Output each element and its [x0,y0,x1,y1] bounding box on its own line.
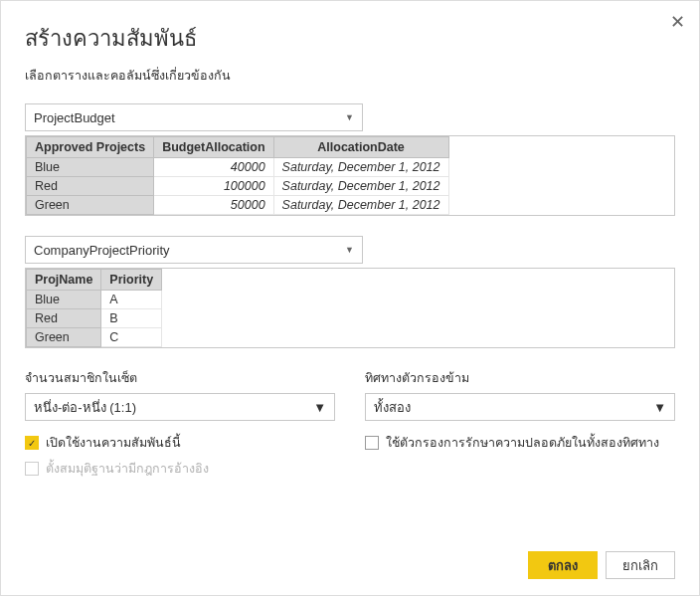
table-blank-area [449,136,675,215]
table-row: Green 50000 Saturday, December 1, 2012 [27,196,449,215]
referential-checkbox-row: ตั้งสมมุติฐานว่ามีกฎการอ้างอิง [25,459,335,479]
referential-checkbox [25,462,39,476]
cell[interactable]: Red [27,177,154,196]
cell[interactable]: C [101,328,162,347]
security-checkbox[interactable] [365,436,379,450]
chevron-down-icon: ▼ [653,400,666,415]
cell[interactable]: B [101,309,162,328]
table1-grid[interactable]: Approved Projects BudgetAllocation Alloc… [26,136,449,215]
table-header-row: Approved Projects BudgetAllocation Alloc… [27,137,449,158]
options-row: จำนวนสมาชิกในเซ็ต หนึ่ง-ต่อ-หนึ่ง (1:1) … [25,368,675,421]
cell[interactable]: 40000 [154,158,273,177]
table-header-row: ProjName Priority [27,270,162,291]
cell[interactable]: Saturday, December 1, 2012 [273,196,448,215]
cancel-button[interactable]: ยกเลิก [606,551,675,579]
chevron-down-icon: ▼ [345,112,354,122]
cell[interactable]: Green [27,328,101,347]
crossfilter-label: ทิศทางตัวกรองข้าม [365,368,675,388]
table-row: Blue A [27,291,162,309]
chevron-down-icon: ▼ [345,245,354,255]
table2-preview: ProjName Priority Blue A Red B Green C [25,268,675,348]
table2-grid[interactable]: ProjName Priority Blue A Red B Green C [26,269,162,347]
checks-left: ✓ เปิดใช้งานความสัมพันธ์นี้ ตั้งสมมุติฐา… [25,433,335,485]
column-header[interactable]: BudgetAllocation [154,137,273,158]
cell[interactable]: Blue [27,158,154,177]
table1-select-value: ProjectBudget [34,110,115,125]
security-label: ใช้ตัวกรองการรักษาความปลอดภัยในทั้งสองทิ… [386,433,659,453]
crossfilter-value: ทั้งสอง [374,397,411,418]
cardinality-select[interactable]: หนึ่ง-ต่อ-หนึ่ง (1:1) ▼ [25,393,335,421]
cell[interactable]: Green [27,196,154,215]
security-checkbox-row: ใช้ตัวกรองการรักษาความปลอดภัยในทั้งสองทิ… [365,433,675,453]
cardinality-value: หนึ่ง-ต่อ-หนึ่ง (1:1) [34,397,136,418]
table-row: Red 100000 Saturday, December 1, 2012 [27,177,449,196]
column-header[interactable]: Approved Projects [27,137,154,158]
close-icon: ✕ [670,12,685,32]
close-button[interactable]: ✕ [670,11,685,33]
dialog-title: สร้างความสัมพันธ์ [25,21,675,56]
create-relationship-dialog: ✕ สร้างความสัมพันธ์ เลือกตารางและคอลัมน์… [0,0,700,596]
active-checkbox-row: ✓ เปิดใช้งานความสัมพันธ์นี้ [25,433,335,453]
table-row: Green C [27,328,162,347]
cell[interactable]: Blue [27,291,101,309]
column-header[interactable]: AllocationDate [273,137,448,158]
column-header[interactable]: ProjName [27,270,101,291]
crossfilter-select[interactable]: ทั้งสอง ▼ [365,393,675,421]
table1-select[interactable]: ProjectBudget ▼ [25,103,363,131]
table-blank-area [162,269,674,347]
table2-select[interactable]: CompanyProjectPriority ▼ [25,236,363,264]
cardinality-group: จำนวนสมาชิกในเซ็ต หนึ่ง-ต่อ-หนึ่ง (1:1) … [25,368,335,421]
cell[interactable]: Saturday, December 1, 2012 [273,158,448,177]
active-label: เปิดใช้งานความสัมพันธ์นี้ [46,433,181,453]
ok-button[interactable]: ตกลง [528,551,598,579]
cell[interactable]: Saturday, December 1, 2012 [273,177,448,196]
cell[interactable]: A [101,291,162,309]
table1-preview: Approved Projects BudgetAllocation Alloc… [25,135,675,216]
cell[interactable]: 100000 [154,177,273,196]
chevron-down-icon: ▼ [313,400,326,415]
checks-row: ✓ เปิดใช้งานความสัมพันธ์นี้ ตั้งสมมุติฐา… [25,433,675,485]
dialog-subtitle: เลือกตารางและคอลัมน์ซึ่งเกี่ยวข้องกัน [25,66,675,86]
table-row: Red B [27,309,162,328]
crossfilter-group: ทิศทางตัวกรองข้าม ทั้งสอง ▼ [365,368,675,421]
checks-right: ใช้ตัวกรองการรักษาความปลอดภัยในทั้งสองทิ… [365,433,675,485]
column-header[interactable]: Priority [101,270,162,291]
cell[interactable]: Red [27,309,101,328]
active-checkbox[interactable]: ✓ [25,436,39,450]
cell[interactable]: 50000 [154,196,273,215]
table-row: Blue 40000 Saturday, December 1, 2012 [27,158,449,177]
table2-select-value: CompanyProjectPriority [34,243,170,258]
dialog-buttons: ตกลง ยกเลิก [528,551,675,579]
cardinality-label: จำนวนสมาชิกในเซ็ต [25,368,335,388]
referential-label: ตั้งสมมุติฐานว่ามีกฎการอ้างอิง [46,459,209,479]
